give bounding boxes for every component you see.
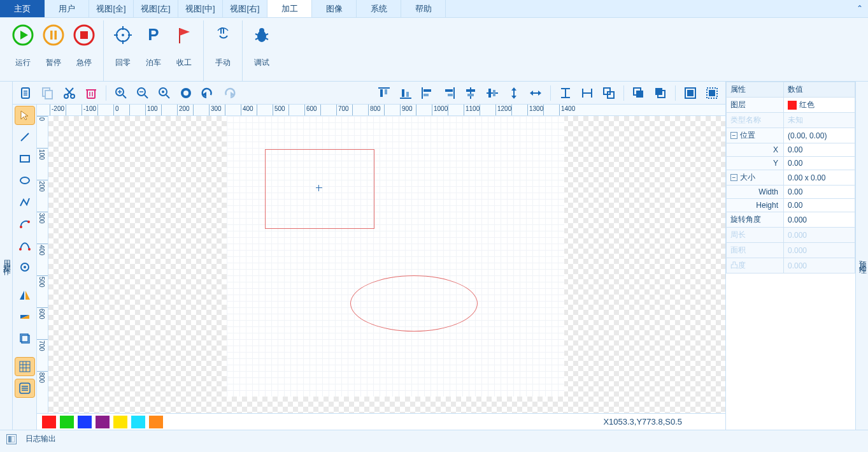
menu-tab-image[interactable]: 图像 (312, 0, 357, 17)
collapse-ribbon-icon[interactable]: ⌃ (851, 0, 868, 17)
prop-pos-key[interactable]: −位置 (727, 128, 784, 143)
menu-tab-process[interactable]: 加工 (267, 0, 312, 17)
canvas-stage[interactable] (48, 116, 725, 413)
zoom-actual-button[interactable] (178, 85, 194, 101)
align-top-button[interactable] (376, 85, 392, 101)
send-back-button[interactable] (652, 85, 669, 101)
vertical-ruler: 0100200300400500600700800 (37, 116, 48, 413)
layers-icon (18, 332, 31, 345)
ribbon-group-run: 运行 暂停 急停 (4, 20, 104, 81)
prop-h-val[interactable]: 0.00 (784, 199, 855, 212)
log-panel-toggle[interactable] (6, 434, 17, 444)
color-swatch[interactable] (131, 416, 145, 428)
prop-area-val: 0.000 (784, 243, 855, 258)
debug-button[interactable]: 调试 (246, 20, 277, 68)
svg-rect-3 (50, 31, 53, 40)
bezier-tool[interactable] (15, 236, 35, 255)
menu-tab-home[interactable]: 主页 (0, 0, 45, 17)
color-swatch[interactable] (78, 416, 92, 428)
prop-y-val[interactable]: 0.00 (784, 157, 855, 170)
group-button[interactable] (682, 85, 699, 101)
copy-icon (41, 86, 55, 100)
park-button[interactable]: P 泊车 (138, 20, 169, 68)
bring-front-button[interactable] (630, 85, 647, 101)
zoom-in-button[interactable] (113, 85, 129, 101)
menu-tab-view-all[interactable]: 视图[全] (89, 0, 134, 17)
menu-tab-user[interactable]: 用户 (45, 0, 89, 17)
finish-label: 收工 (176, 57, 192, 68)
prop-size-key[interactable]: −大小 (727, 170, 784, 186)
same-size-button[interactable] (601, 85, 617, 101)
menu-tab-help[interactable]: 帮助 (401, 0, 446, 17)
ellipse-tool[interactable] (15, 171, 35, 190)
menu-tab-view-left[interactable]: 视图[左] (134, 0, 178, 17)
same-height-button[interactable] (557, 85, 574, 101)
prop-x-val[interactable]: 0.00 (784, 143, 855, 157)
align-vcenter-button[interactable] (484, 85, 501, 101)
shape-ellipse[interactable] (350, 275, 478, 332)
bug-icon (251, 24, 273, 46)
manual-button[interactable]: 手动 (208, 20, 238, 68)
collapse-icon[interactable]: − (730, 174, 737, 181)
paste-button[interactable] (18, 85, 34, 101)
rect-tool[interactable] (15, 149, 35, 168)
svg-rect-53 (402, 89, 404, 97)
color-swatch[interactable] (60, 416, 74, 428)
svg-point-8 (122, 34, 124, 36)
menu-tab-view-right[interactable]: 视图[右] (223, 0, 267, 17)
collapse-icon[interactable]: − (730, 132, 737, 139)
prop-h-key: Height (727, 199, 784, 212)
align-hcenter-icon (464, 86, 478, 100)
copy-button[interactable] (39, 85, 56, 101)
finish-button[interactable]: 收工 (169, 20, 199, 68)
menu-tab-view-mid[interactable]: 视图[中] (178, 0, 223, 17)
dist-v-button[interactable] (506, 85, 522, 101)
group-icon (683, 86, 697, 100)
color-swatch[interactable] (113, 416, 127, 428)
color-swatch[interactable] (149, 416, 163, 428)
align-hcenter-button[interactable] (462, 85, 479, 101)
left-panel-toggle[interactable]: 用户操作 (0, 82, 13, 430)
point-tool[interactable] (15, 258, 35, 277)
grid-tool[interactable] (15, 357, 35, 376)
color-swatch[interactable] (42, 416, 56, 428)
prop-rot-val[interactable]: 0.000 (784, 212, 855, 228)
list-tool[interactable] (15, 379, 35, 398)
svg-point-44 (162, 91, 164, 93)
flip-tool[interactable] (15, 307, 35, 326)
svg-rect-50 (380, 89, 383, 97)
polyline-tool[interactable] (15, 193, 35, 212)
undo-button[interactable] (199, 85, 216, 101)
ungroup-button[interactable] (704, 85, 720, 101)
manual-label: 手动 (215, 57, 231, 68)
align-bottom-button[interactable] (397, 85, 414, 101)
layers-tool[interactable] (15, 329, 35, 348)
right-panel-toggle[interactable]: 预处理 (855, 82, 868, 430)
align-right-button[interactable] (441, 85, 457, 101)
estop-button[interactable]: 急停 (69, 20, 99, 68)
svg-rect-54 (406, 92, 409, 97)
home-button[interactable]: 回零 (108, 20, 138, 68)
park-icon: P (143, 24, 164, 46)
arc-icon (18, 217, 31, 230)
zoom-fit-button[interactable] (156, 85, 173, 101)
dist-h-button[interactable] (527, 85, 544, 101)
prop-layer-val[interactable]: 红色 (784, 98, 855, 113)
cut-button[interactable] (61, 85, 78, 101)
menu-tab-system[interactable]: 系统 (357, 0, 401, 17)
align-left-button[interactable] (419, 85, 436, 101)
svg-line-43 (166, 95, 169, 98)
delete-button[interactable] (83, 85, 99, 101)
same-width-button[interactable] (579, 85, 595, 101)
line-tool[interactable] (15, 128, 35, 147)
redo-button[interactable] (221, 85, 238, 101)
run-button[interactable]: 运行 (8, 20, 38, 68)
select-tool[interactable] (15, 106, 35, 125)
log-label[interactable]: 日志输出 (25, 434, 56, 444)
zoom-out-button[interactable] (134, 85, 151, 101)
arc-tool[interactable] (15, 214, 35, 233)
mirror-tool[interactable] (15, 286, 35, 305)
color-swatch[interactable] (96, 416, 110, 428)
prop-w-val[interactable]: 0.00 (784, 186, 855, 199)
pause-button[interactable]: 暂停 (38, 20, 69, 68)
